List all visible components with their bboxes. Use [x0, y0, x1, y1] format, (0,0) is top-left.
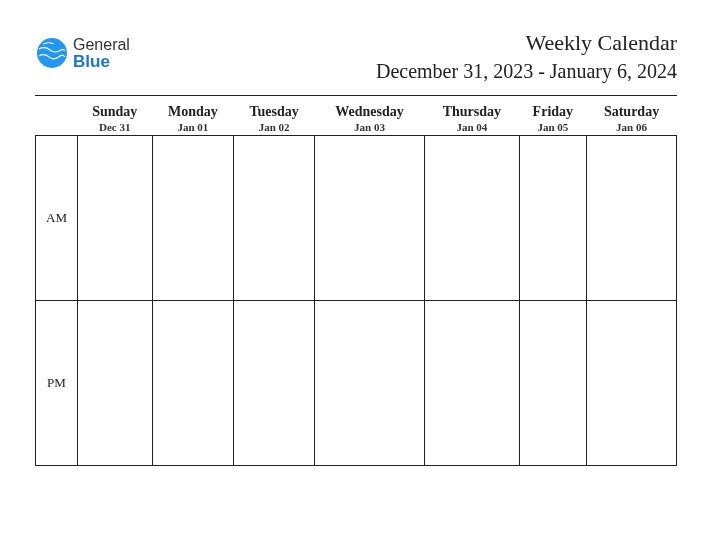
- cell-pm-tuesday: [234, 301, 315, 466]
- svg-point-0: [37, 38, 67, 68]
- day-name: Friday: [521, 104, 584, 120]
- day-header-wednesday: Wednesday Jan 03: [315, 98, 425, 136]
- cell-pm-saturday: [587, 301, 677, 466]
- day-date: Jan 06: [589, 121, 675, 133]
- day-date: Jan 05: [521, 121, 584, 133]
- title-block: Weekly Calendar December 31, 2023 - Janu…: [376, 30, 677, 83]
- day-header-saturday: Saturday Jan 06: [587, 98, 677, 136]
- am-row: AM: [36, 136, 677, 301]
- cell-pm-monday: [152, 301, 234, 466]
- cell-am-wednesday: [315, 136, 425, 301]
- day-name: Saturday: [589, 104, 675, 120]
- day-name: Monday: [154, 104, 232, 120]
- day-header-tuesday: Tuesday Jan 02: [234, 98, 315, 136]
- calendar-grid: Sunday Dec 31 Monday Jan 01 Tuesday Jan …: [35, 98, 677, 466]
- cell-am-tuesday: [234, 136, 315, 301]
- cell-pm-friday: [519, 301, 586, 466]
- day-header-monday: Monday Jan 01: [152, 98, 234, 136]
- day-name: Tuesday: [236, 104, 313, 120]
- calendar-title: Weekly Calendar: [376, 30, 677, 56]
- cell-am-friday: [519, 136, 586, 301]
- date-range: December 31, 2023 - January 6, 2024: [376, 60, 677, 83]
- day-header-row: Sunday Dec 31 Monday Jan 01 Tuesday Jan …: [36, 98, 677, 136]
- day-header-friday: Friday Jan 05: [519, 98, 586, 136]
- cell-am-thursday: [425, 136, 520, 301]
- header: General Blue Weekly Calendar December 31…: [35, 30, 677, 83]
- pm-row: PM: [36, 301, 677, 466]
- cell-am-saturday: [587, 136, 677, 301]
- day-header-sunday: Sunday Dec 31: [78, 98, 153, 136]
- cell-pm-thursday: [425, 301, 520, 466]
- day-date: Jan 01: [154, 121, 232, 133]
- day-date: Jan 02: [236, 121, 313, 133]
- day-date: Jan 03: [317, 121, 423, 133]
- time-label-am: AM: [36, 136, 78, 301]
- day-date: Dec 31: [80, 121, 151, 133]
- cell-pm-wednesday: [315, 301, 425, 466]
- day-name: Sunday: [80, 104, 151, 120]
- logo-text-blue: Blue: [73, 53, 130, 70]
- header-divider: [35, 95, 677, 96]
- day-name: Thursday: [427, 104, 518, 120]
- cell-am-sunday: [78, 136, 153, 301]
- cell-am-monday: [152, 136, 234, 301]
- time-label-pm: PM: [36, 301, 78, 466]
- logo-text-general: General: [73, 37, 130, 53]
- logo: General Blue: [35, 36, 130, 70]
- cell-pm-sunday: [78, 301, 153, 466]
- logo-globe-icon: [35, 36, 69, 70]
- day-date: Jan 04: [427, 121, 518, 133]
- day-header-thursday: Thursday Jan 04: [425, 98, 520, 136]
- day-name: Wednesday: [317, 104, 423, 120]
